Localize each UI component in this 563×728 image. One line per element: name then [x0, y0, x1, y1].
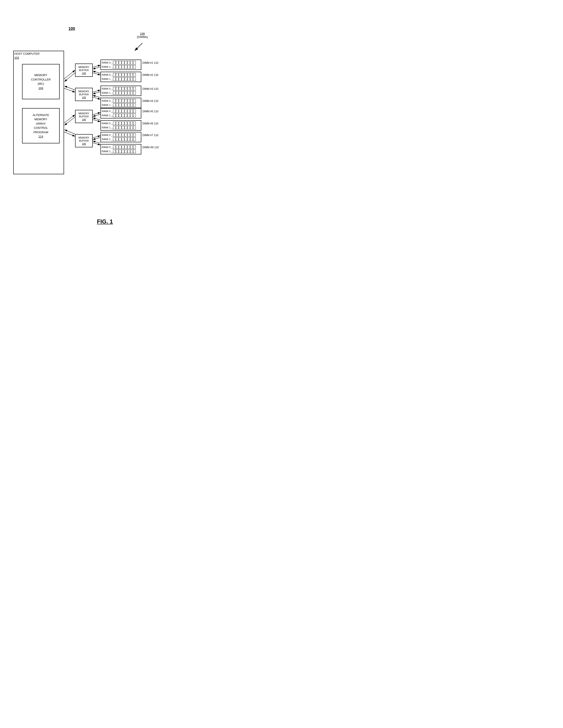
svg-line-12 — [93, 65, 100, 67]
svg-line-27 — [93, 141, 100, 143]
svg-line-5 — [64, 73, 75, 82]
dimm-7-box: RANK 0 ⎯ RANK 1 ⎯ — [100, 132, 141, 142]
dimm4-label: DIMM #4 110 — [142, 99, 158, 103]
dimms-label: 108 (DIMMs) — [137, 32, 148, 39]
memory-buffer-3: MEMORY BUFFER 106 — [75, 110, 93, 123]
svg-line-26 — [93, 143, 100, 145]
svg-line-14 — [93, 73, 100, 75]
dimm-2-box: RANK 0 ⎯ RANK 1 ⎯ — [100, 72, 141, 82]
dimm5-label: DIMM #5 110 — [142, 110, 158, 113]
dimm1-label: DIMM #1 110 — [142, 61, 158, 64]
svg-line-18 — [93, 97, 100, 99]
diagram: 100 108 (DIMMs) HOST COMPUTER 102 MEMORY… — [0, 0, 210, 243]
svg-line-2 — [135, 43, 142, 51]
svg-line-25 — [93, 137, 100, 140]
amacp-box: ALTERNATE MEMORY ARRAY CONTROL PROGRAM 1… — [22, 108, 60, 143]
svg-line-10 — [64, 132, 75, 136]
svg-line-21 — [93, 114, 100, 116]
dimmN-label: DIMM #N 110 — [142, 146, 159, 149]
host-computer-label: HOST COMPUTER 102 — [14, 52, 39, 60]
svg-line-16 — [93, 90, 100, 92]
svg-line-24 — [93, 136, 100, 138]
svg-line-9 — [64, 117, 75, 125]
memory-controller-box: MEMORY CONTROLLER (MC) 104 — [22, 64, 60, 99]
svg-line-23 — [93, 118, 100, 120]
memory-buffer-4: MEMORY BUFFER 106 — [75, 134, 93, 147]
dimm-5-box: RANK 0 ⎯ RANK 1 ⎯ — [100, 108, 141, 118]
svg-line-7 — [64, 86, 75, 90]
dimm2-label: DIMM #2 110 — [142, 73, 158, 77]
dimm-group-1: RANK 0 ⎯ RANK 1 ⎯ — [100, 60, 141, 70]
dimm-n-box: RANK 0 ⎯ RANK 1 ⎯ — [100, 144, 141, 154]
svg-line-15 — [93, 71, 100, 73]
dimm-6-box: RANK 0 ⎯ RANK 1 ⎯ — [100, 120, 141, 131]
dimm7-label: DIMM #7 110 — [142, 134, 158, 137]
svg-line-19 — [93, 95, 100, 98]
memory-buffer-2: MEMORY BUFFER 106 — [75, 88, 93, 101]
diagram-title: 100 — [68, 26, 75, 31]
dimm-3-box: RANK 0 ⎯ RANK 1 ⎯ — [100, 86, 141, 96]
svg-line-22 — [93, 120, 100, 122]
memory-buffer-1: MEMORY BUFFER 106 — [75, 64, 93, 77]
figure-caption: FIG. 1 — [0, 218, 210, 225]
svg-line-8 — [64, 115, 75, 123]
svg-line-17 — [93, 92, 100, 94]
svg-line-20 — [93, 113, 100, 115]
svg-line-3 — [64, 70, 75, 79]
svg-line-6 — [64, 88, 75, 92]
svg-line-13 — [93, 67, 100, 69]
dimm3-label: DIMM #3 110 — [142, 87, 158, 90]
svg-line-11 — [64, 130, 75, 134]
dimm-4-box: RANK 0 ⎯ RANK 1 ⎯ — [100, 98, 141, 108]
dimm6-label: DIMM #6 110 — [142, 122, 158, 125]
